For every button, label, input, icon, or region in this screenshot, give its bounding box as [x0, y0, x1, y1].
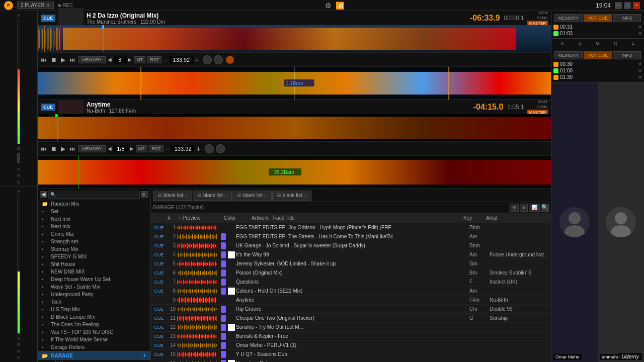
- sidebar-item-tech[interactable]: ▪ Tech: [38, 298, 150, 306]
- sidebar-item-garagerollers[interactable]: ▪ Garage Rollers: [38, 343, 150, 351]
- deck1-cue-close-1[interactable]: ✕: [638, 24, 642, 30]
- deck1-beat-next[interactable]: ▶: [128, 57, 132, 62]
- deck1-beat-prev[interactable]: ◀: [108, 57, 112, 62]
- tab1-close[interactable]: □: [185, 193, 188, 198]
- deck1-eq-mid[interactable]: [214, 55, 223, 64]
- close-button[interactable]: ✕: [633, 2, 640, 9]
- track-cue[interactable]: CUE: [152, 307, 166, 312]
- info-view-btn[interactable]: 📊: [529, 204, 540, 212]
- deck1-cue-close-2[interactable]: ✕: [638, 31, 642, 36]
- deck2-mt-button[interactable]: MT: [136, 145, 147, 152]
- grid-view-btn[interactable]: ⊞: [510, 204, 519, 212]
- col-preview[interactable]: ↕ Preview: [177, 215, 222, 221]
- sidebar-item-set[interactable]: ▪ Set: [38, 208, 150, 215]
- deck2-eq-mid[interactable]: [216, 144, 225, 153]
- deck2-play-button[interactable]: ▶: [60, 144, 66, 153]
- deck1-pitch-plus[interactable]: +: [195, 56, 199, 64]
- deck2-pitch-minus[interactable]: −: [166, 145, 170, 153]
- deck1-memory-button[interactable]: MEMORY: [78, 56, 106, 63]
- sidebar-item-wavyset[interactable]: ▪ Wavy Set - Sainte Mix: [38, 283, 150, 291]
- track-cue[interactable]: CUE: [152, 316, 166, 321]
- deck1-info-rp-btn[interactable]: INFO: [613, 14, 641, 22]
- list-view-btn[interactable]: ≡: [520, 204, 528, 212]
- deck1-hotcue-rp-btn[interactable]: HOT CUE: [584, 14, 612, 22]
- col-color[interactable]: Color: [222, 215, 250, 221]
- deck2-memory-rp-btn[interactable]: MEMORY: [554, 51, 583, 59]
- search-box[interactable]: 🔍: [48, 191, 140, 199]
- sidebar-item-newdnb[interactable]: ▪ NEW DNB MIX: [38, 268, 150, 276]
- track-row[interactable]: CUE 13 Burnski & Kepler - Free: [151, 332, 551, 341]
- search-tracks-btn[interactable]: 🔍: [541, 204, 549, 212]
- track-cue[interactable]: CUE: [152, 289, 166, 294]
- track-row[interactable]: CUE 5 Jeremy Sylvester, GOD Limited - Sh…: [151, 259, 551, 268]
- deck2-eq-high[interactable]: [205, 144, 214, 153]
- track-row[interactable]: CUE 8 Colours - Hold On (SE22 Mix) Am: [151, 287, 551, 296]
- deck2-info-rp-btn[interactable]: INFO: [613, 51, 641, 59]
- col-artwork[interactable]: Artwork: [250, 215, 270, 221]
- col-num[interactable]: #: [166, 215, 177, 221]
- tab4-close[interactable]: □: [304, 193, 307, 198]
- sidebar-item-uk[interactable]: ▪ U.K: [38, 360, 150, 362]
- track-row[interactable]: CUE 16 Homeless Dub: [151, 359, 551, 362]
- track-row[interactable]: CUE 15 Y U QT - Seasons Dub: [151, 350, 551, 359]
- track-cue[interactable]: CUE: [152, 261, 166, 266]
- track-row[interactable]: CUE 3 UK Garage - Jo Bolland - Sugar is …: [151, 241, 551, 250]
- sidebar-item-ifworld[interactable]: ▪ If The World Made Sense: [38, 336, 150, 343]
- tab3-close[interactable]: □: [264, 193, 267, 198]
- sidebar-item-strengthset[interactable]: ▪ Strength set: [38, 238, 150, 245]
- deck2-cue-close-3[interactable]: ✕: [638, 74, 642, 80]
- sidebar-item-randommix[interactable]: 📁 Random Mix: [38, 200, 150, 208]
- deck1-play-button[interactable]: ▶: [60, 55, 66, 64]
- track-row[interactable]: CUE 12 Sunship - Try Me Out (Let M...: [151, 323, 551, 332]
- deck2-cue-button[interactable]: CUE: [41, 104, 55, 111]
- col-key[interactable]: Key: [462, 215, 485, 221]
- track-row[interactable]: 9 Anytime F#m Nu-Birth: [151, 296, 551, 305]
- sidebar-item-stormzy[interactable]: ▪ Stormzy Mix: [38, 245, 150, 253]
- player-mode[interactable]: 2 PLAYER ⟳: [17, 2, 54, 9]
- deck2-hotcue-rp-btn[interactable]: HOT CUE: [584, 51, 612, 59]
- deck2-beat-next[interactable]: ▶: [130, 146, 134, 151]
- track-cue[interactable]: CUE: [152, 270, 166, 276]
- track-cue[interactable]: CUE: [152, 334, 166, 339]
- deck2-memory-button[interactable]: MEMORY: [78, 145, 106, 152]
- tab2-close[interactable]: □: [224, 193, 227, 198]
- deck2-rst-button[interactable]: RST: [149, 145, 164, 152]
- track-row[interactable]: CUE 11 Cheque One Two (Original Rocker) …: [151, 314, 551, 323]
- deck2-cue-close-2[interactable]: ✕: [638, 68, 642, 73]
- deck2-beat-prev[interactable]: ◀: [108, 146, 112, 151]
- track-cue[interactable]: CUE: [152, 352, 166, 357]
- deck1-eq-high[interactable]: [203, 55, 212, 64]
- minimize-button[interactable]: —: [615, 2, 622, 9]
- sidebar-item-grimemiz[interactable]: ▪ Grime Miz: [38, 230, 150, 238]
- track-row[interactable]: CUE 1 EGG TART EDITS EP- Joy Orbison - H…: [151, 223, 551, 232]
- track-row[interactable]: CUE 6 Poison (Original Mix) Bm Smokey Bu…: [151, 268, 551, 278]
- lib-tab-2[interactable]: ☰ blank list □: [193, 191, 232, 201]
- list-view-btn[interactable]: ≡: [141, 191, 148, 198]
- sidebar-item-speedyg[interactable]: ▪ SPEEDY G MIX: [38, 253, 150, 260]
- deck2-cue-close-1[interactable]: ✕: [638, 61, 642, 67]
- deck2-next-button[interactable]: ⏭: [68, 144, 76, 153]
- track-cue[interactable]: CUE: [152, 225, 166, 230]
- rec-button[interactable]: REC: [58, 3, 73, 8]
- col-title[interactable]: Track Title: [270, 215, 462, 221]
- sidebar-item-underground[interactable]: ▪ Underground Party: [38, 291, 150, 298]
- col-artist[interactable]: Artist: [485, 215, 550, 221]
- track-row[interactable]: CUE 7 Questions F Instinct (UK): [151, 278, 551, 287]
- track-cue[interactable]: CUE: [152, 252, 166, 257]
- gear-icon[interactable]: ⚙: [325, 2, 332, 10]
- deck1-cue-button[interactable]: CUE: [41, 15, 55, 22]
- deck2-stop-button[interactable]: ⏹: [50, 144, 58, 153]
- garage-add-icon[interactable]: +: [143, 352, 146, 359]
- deck1-next-button[interactable]: ⏭: [68, 55, 76, 64]
- track-cue[interactable]: CUE: [152, 243, 166, 248]
- track-row[interactable]: CUE 2 EGG TART EDITS EP- The Streets - H…: [151, 232, 551, 241]
- track-cue[interactable]: CUE: [152, 325, 166, 330]
- eq-b-knob[interactable]: [17, 153, 20, 163]
- sidebar-item-shithouse[interactable]: ▪ Shit House: [38, 260, 150, 268]
- track-cue[interactable]: CUE: [152, 343, 166, 348]
- deck1-memory-rp-btn[interactable]: MEMORY: [554, 14, 583, 22]
- deck1-mt-button[interactable]: MT: [134, 56, 145, 63]
- sidebar-item-nextmix2[interactable]: ▪ Next mix: [38, 223, 150, 230]
- sidebar-item-onesfeeling[interactable]: ▪ The Ones I'm Feeling: [38, 321, 150, 328]
- sidebar-item-dblock[interactable]: ▪ D Block Europe Mix: [38, 313, 150, 321]
